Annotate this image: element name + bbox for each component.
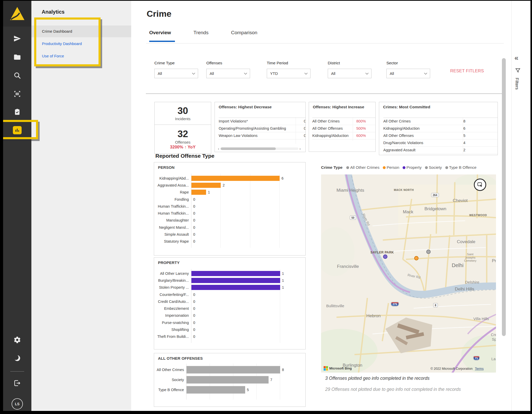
chart-category-label: Manslaughter [157, 218, 191, 222]
chart-row-all-other-larceny-0: All Other Larceny1 [157, 270, 302, 277]
folder-icon[interactable] [13, 53, 21, 61]
list-item-name: Weapon Law Violations [219, 134, 286, 138]
filter-selected-value: All [331, 71, 335, 76]
filter-selected-value: All [390, 71, 394, 76]
filter-select-time-period[interactable]: YTD [267, 69, 311, 78]
chart-value-label: 0 [193, 300, 195, 304]
chart-bar[interactable] [187, 386, 245, 393]
nav-item-crime-dashboard[interactable]: Crime Dashboard [42, 29, 72, 33]
settings-gear-icon[interactable] [13, 336, 21, 344]
window-frame [0, 411, 532, 414]
crime-map[interactable]: Miami HeightsMACK NORTHCheviotMackBridge… [321, 174, 496, 373]
list-row-kidnapping-abduction: Kidnapping/Abduction6 [383, 125, 498, 132]
map-place-label-la: La [491, 357, 496, 361]
map-point-person[interactable] [414, 256, 419, 260]
barcode-scanner-icon[interactable] [13, 90, 21, 98]
scroll-right-icon[interactable]: › [299, 147, 301, 151]
chart-row-purse-snatching-7: Purse-snatching0 [157, 319, 302, 326]
app-logo[interactable] [3, 1, 31, 27]
nav-item-use-of-force[interactable]: Use of Force [42, 54, 64, 58]
active-tab-indicator [149, 41, 175, 42]
chart-title-person: PERSON [158, 165, 175, 170]
list-row-all-other-crimes: All Other Crimes8 [383, 118, 498, 125]
chart-row-kidnapping-abd-0: Kidnapping/Abd...6 [157, 175, 302, 182]
legend-item-property[interactable]: Property [403, 165, 422, 170]
scrollbar-track[interactable] [220, 147, 298, 150]
scroll-left-icon[interactable]: ‹ [218, 147, 219, 151]
legend-item-type-b-offence[interactable]: Type B Offence [445, 165, 477, 170]
increase-list: All Other Crimes800%All Other Offenses50… [312, 118, 375, 139]
analytics-bar-chart-icon[interactable] [13, 126, 22, 134]
chart-row-stolen-property-2: Stolen Property ...1 [157, 284, 302, 291]
send-icon[interactable] [13, 35, 21, 42]
map-point-all-other-crimes[interactable] [426, 250, 431, 254]
map-place-label-mack-north: MACK NORTH [394, 188, 414, 191]
legend-item-all-other-crimes[interactable]: All Other Crimes [346, 165, 379, 170]
offenses-yoy-change: 3200% ↑ YoY [170, 145, 196, 149]
chart-bar-area: 2 [191, 182, 302, 189]
clipboard-check-icon[interactable] [13, 108, 21, 116]
filter-select-sector[interactable]: All [386, 69, 430, 78]
list-item-name: All Other Crimes [312, 119, 351, 123]
legend-item-society[interactable]: Society [425, 165, 442, 170]
chart-bar-area: 0 [191, 291, 302, 298]
list-item-value: 4 [463, 141, 465, 145]
road-shield-50: 50 [350, 216, 356, 220]
nav-item-productivity-dashboard[interactable]: Productivity Dashboard [42, 41, 82, 46]
tab-comparison[interactable]: Comparison [231, 30, 257, 36]
filter-funnel-icon[interactable] [515, 68, 521, 74]
horizontal-scrollbar[interactable]: ‹ › [218, 147, 301, 150]
column-separator [353, 117, 353, 141]
map-point-property[interactable] [383, 254, 387, 259]
expand-filters-icon[interactable]: « [515, 54, 518, 62]
chart-value-label: 0 [193, 197, 195, 201]
tab-trends[interactable]: Trends [193, 30, 208, 36]
all-other-offenses-chart-card: ALL OTHER OFFENSES All Other Crimes8Soci… [154, 353, 306, 407]
filter-offenses: OffensesAll [206, 61, 250, 78]
scrollbar-thumb[interactable] [221, 147, 276, 150]
terms-link[interactable]: Terms [475, 367, 484, 371]
user-avatar[interactable]: LS [12, 398, 23, 410]
dark-mode-moon-icon[interactable] [13, 354, 21, 362]
offenses-value: 32 [178, 129, 188, 139]
copyright-text: © 2022 Microsoft Corporation [431, 367, 473, 371]
chart-bar[interactable] [191, 176, 280, 181]
chart-bar[interactable] [191, 285, 280, 290]
chart-category-label: All Other Crimes [157, 368, 186, 372]
chart-bar-area: 1 [191, 270, 302, 277]
logout-icon[interactable] [13, 379, 21, 387]
legend-item-person[interactable]: Person [383, 165, 399, 170]
chart-bar[interactable] [187, 366, 280, 373]
chart-value-label: 1 [282, 271, 284, 276]
vertical-scrollbar[interactable] [502, 58, 506, 336]
incidents-label: Incidents [175, 117, 190, 121]
chart-bar[interactable] [191, 271, 280, 276]
chart-row-human-traffickin-5: Human Traffickin...0 [157, 210, 302, 217]
crimes-most-committed-card: Crimes: Most Committed All Other Crimes8… [379, 102, 498, 155]
chart-bar[interactable] [187, 376, 269, 383]
analytics-nav-panel: Analytics Crime Dashboard Productivity D… [31, 1, 131, 411]
chart-bar[interactable] [191, 190, 206, 195]
chart-bar[interactable] [191, 183, 221, 188]
search-icon[interactable] [13, 72, 21, 79]
tab-overview[interactable]: Overview [149, 30, 171, 36]
road-shield-275: 275 [391, 302, 399, 306]
list-item-name: Kidnapping/Abduction [312, 134, 351, 138]
filter-select-district[interactable]: All [328, 69, 371, 78]
map-place-label-river-rd: River Rd [407, 273, 421, 279]
map-labels-layer: Miami HeightsMACK NORTHCheviotMackBridge… [321, 174, 496, 373]
bing-label: Microsoft Bing [329, 367, 352, 370]
chart-row-simple-assault-8: Simple Assault0 [157, 231, 302, 238]
map-selection-tool[interactable] [474, 179, 486, 191]
chart-bar-area: 0 [191, 217, 302, 224]
filter-select-offenses[interactable]: All [206, 69, 250, 78]
filter-select-crime-type[interactable]: All [154, 69, 198, 78]
chart-category-label: Stolen Property ... [157, 285, 191, 289]
offenses-highest-increase-card: Offenses: Highest Increase All Other Cri… [309, 102, 376, 152]
chart-bar[interactable] [191, 278, 280, 283]
chart-bar-area: 1 [191, 277, 302, 284]
reset-filters-button[interactable]: RESET FITLERS [450, 68, 484, 73]
chart-bar-area: 0 [191, 312, 302, 319]
chart-bar-area: 0 [191, 319, 302, 326]
filters-panel-label[interactable]: Filters [514, 78, 519, 90]
